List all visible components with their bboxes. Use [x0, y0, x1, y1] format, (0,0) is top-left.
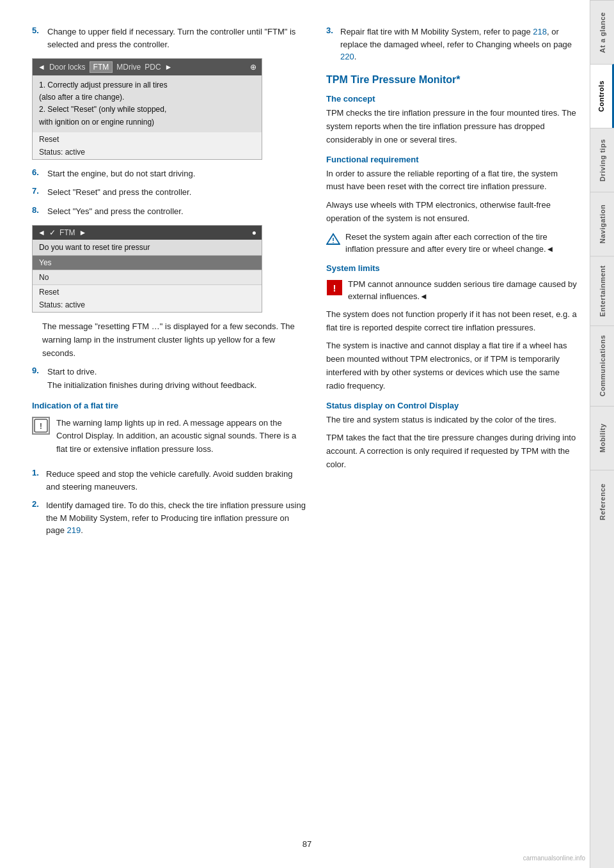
control-display-1-content: 1. Correctly adjust pressure in all tire…: [33, 75, 262, 132]
step-7-number: 7.: [32, 186, 42, 196]
ref-219[interactable]: 219: [67, 525, 81, 535]
step-8: 8. Select "Yes" and press the controller…: [32, 205, 307, 218]
control-display-2-header: ◄ ✓ FTM ► ●: [33, 226, 262, 240]
functional-req-heading: Functional requirement: [326, 155, 577, 164]
step-6-text: Start the engine, but do not start drivi…: [47, 167, 195, 180]
control-display-1-status: Status: active: [33, 146, 262, 159]
sidebar-tab-at-a-glance[interactable]: At a glance: [590, 0, 614, 64]
sidebar-tab-driving-tips[interactable]: Driving tips: [590, 128, 614, 192]
sidebar-tab-mobility-label: Mobility: [599, 423, 606, 453]
step-5: 5. Change to upper field if necessary. T…: [32, 26, 307, 50]
step-5-text: Change to upper field if necessary. Turn…: [47, 26, 307, 50]
ref-218[interactable]: 218: [533, 27, 547, 36]
step-6: 6. Start the engine, but do not start dr…: [32, 167, 307, 180]
svg-text:!: !: [333, 283, 336, 293]
step-8-text: Select "Yes" and press the controller.: [47, 205, 184, 218]
watermark-text: carmanualsonline.info: [523, 855, 585, 862]
system-limits-warning-text: TPM cannot announce sudden serious tire …: [348, 278, 577, 303]
warning-lamp-icon: !: [32, 417, 50, 435]
cd2-dot: ●: [252, 228, 256, 237]
sidebar-tab-communications[interactable]: Communications: [590, 325, 614, 405]
warning-icon: !: [326, 279, 343, 298]
cd2-nav-right: ►: [79, 228, 87, 237]
tpm-heading: TPM Tire Pressure Monitor*: [326, 74, 577, 87]
nav-arrow-right: ►: [165, 63, 173, 72]
cd2-no[interactable]: No: [33, 270, 262, 285]
sidebar-tab-navigation-label: Navigation: [599, 205, 606, 244]
cd1-line2: (also after a tire change).: [39, 91, 255, 104]
right-column: 3. Repair flat tire with M Mobility Syst…: [320, 26, 577, 842]
note-triangle-icon: [326, 232, 340, 248]
sidebar-tab-reference[interactable]: Reference: [590, 470, 614, 534]
step-9-sub: The initialization finishes during drivi…: [47, 379, 256, 392]
sidebar-tab-communications-label: Communications: [599, 335, 606, 396]
flat-step-1: 1. Reduce speed and stop the vehicle car…: [32, 468, 307, 493]
right-sidebar: At a glance Controls Driving tips Naviga…: [590, 0, 614, 868]
sidebar-tab-mobility[interactable]: Mobility: [590, 406, 614, 470]
flat-step-1-number: 1.: [32, 468, 41, 477]
menu-pdc: PDC: [145, 63, 161, 72]
concept-heading: The concept: [326, 94, 577, 104]
sidebar-tab-controls-label: Controls: [597, 81, 605, 112]
cd1-line3: 2. Select "Reset" (only while stopped,: [39, 104, 255, 116]
step-8-number: 8.: [32, 205, 42, 215]
right-step-3-number: 3.: [326, 26, 335, 35]
svg-text:!: !: [40, 421, 42, 431]
indication-text: The warning lamp lights up in red. A mes…: [56, 417, 307, 456]
functional-req-text1: In order to assure the reliable reportin…: [326, 167, 577, 194]
control-display-1: ◄ Door locks FTM MDrive PDC ► ⊕ 1. Corre…: [32, 58, 262, 160]
flat-step-2: 2. Identify damaged tire. To do this, ch…: [32, 499, 307, 537]
system-limits-warning: ! TPM cannot announce sudden serious tir…: [326, 278, 577, 303]
sidebar-tab-at-a-glance-label: At a glance: [599, 12, 606, 52]
cd2-nav-left: ◄: [38, 228, 45, 237]
message-text: The message "resetting FTM …" is display…: [32, 320, 307, 360]
concept-text: TPM checks the tire inflation pressure i…: [326, 107, 577, 146]
cd2-ftm: FTM: [59, 228, 75, 237]
flat-step-2-number: 2.: [32, 499, 41, 509]
system-limits-text1: The system does not function properly if…: [326, 308, 577, 335]
status-display-heading: Status display on Control Display: [326, 401, 577, 410]
cd2-check: ✓: [49, 228, 56, 237]
control-display-2-status: Status: active: [33, 299, 262, 312]
cd2-yes[interactable]: Yes: [33, 256, 262, 270]
control-display-2-footer: Reset: [33, 285, 262, 299]
right-step-3: 3. Repair flat tire with M Mobility Syst…: [326, 26, 577, 63]
menu-ftm-selected: FTM: [90, 61, 113, 73]
step-5-number: 5.: [32, 26, 42, 35]
functional-req-text2: Always use wheels with TPM electronics, …: [326, 199, 577, 226]
left-column: 5. Change to upper field if necessary. T…: [32, 26, 307, 842]
flat-step-1-text: Reduce speed and stop the vehicle carefu…: [46, 468, 307, 493]
flat-step-2-text: Identify damaged tire. To do this, check…: [46, 499, 307, 537]
sidebar-tab-reference-label: Reference: [599, 483, 606, 520]
system-limits-heading: System limits: [326, 263, 577, 273]
indication-box: ! The warning lamp lights up in red. A m…: [32, 417, 307, 461]
step-7: 7. Select "Reset" and press the controll…: [32, 186, 307, 199]
control-display-1-header: ◄ Door locks FTM MDrive PDC ► ⊕: [33, 59, 262, 75]
sidebar-tab-controls[interactable]: Controls: [590, 64, 614, 128]
functional-req-note-text: Reset the system again after each correc…: [345, 231, 577, 256]
svg-point-4: [333, 242, 334, 244]
ref-220[interactable]: 220: [340, 52, 354, 61]
cd1-line1: 1. Correctly adjust pressure in all tire…: [39, 79, 255, 91]
sidebar-tab-navigation[interactable]: Navigation: [590, 192, 614, 256]
step-9-number: 9.: [32, 366, 42, 375]
step-9: 9. Start to drive. The initialization fi…: [32, 366, 307, 392]
indication-heading: Indication of a flat tire: [32, 401, 307, 410]
page-number-text: 87: [303, 839, 311, 849]
status-display-text2: TPM takes the fact that the tire pressur…: [326, 431, 577, 471]
message-text-content: The message "resetting FTM …" is display…: [42, 322, 295, 358]
system-limits-text2: The system is inactive and cannot displa…: [326, 339, 577, 392]
functional-req-note: Reset the system again after each correc…: [326, 231, 577, 256]
menu-mdrive: MDrive: [116, 63, 141, 72]
sidebar-tab-entertainment-label: Entertainment: [599, 265, 606, 316]
cd1-line4: with ignition on or engine running): [39, 116, 255, 128]
menu-extra: ⊕: [250, 63, 256, 72]
step-7-text: Select "Reset" and press the controller.: [47, 186, 191, 199]
cd2-question: Do you want to reset tire pressur: [33, 240, 262, 256]
right-step-3-text: Repair flat tire with M Mobility System,…: [340, 26, 577, 63]
watermark: carmanualsonline.info: [523, 855, 585, 862]
sidebar-tab-entertainment[interactable]: Entertainment: [590, 256, 614, 325]
status-display-text1: The tire and system status is indicated …: [326, 414, 577, 427]
nav-arrow-left: ◄: [38, 63, 45, 72]
control-display-2: ◄ ✓ FTM ► ● Do you want to reset tire pr…: [32, 225, 262, 313]
